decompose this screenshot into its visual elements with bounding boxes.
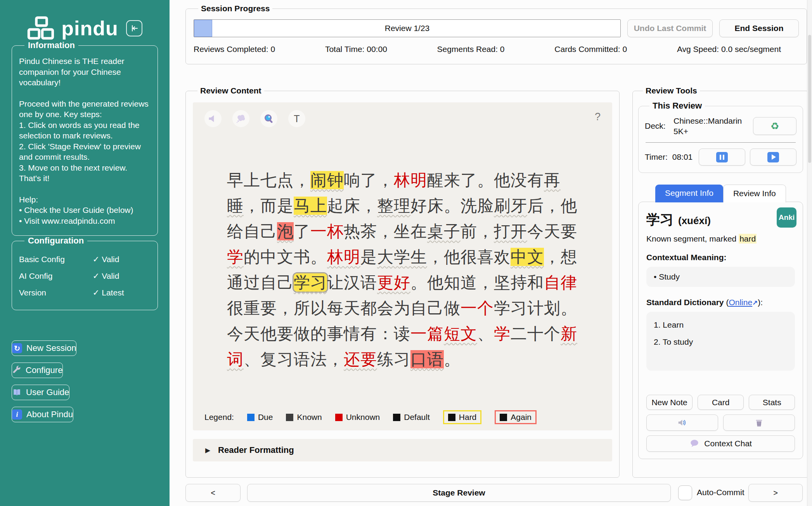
reader-segment[interactable]: 今天要	[527, 222, 577, 240]
reader-text: 早上七点，闹钟响了，林明醒来了。他没有再睡，而是马上起床，整理好床。洗脸刷牙后，…	[227, 168, 577, 372]
reader-segment[interactable]: 马上	[294, 197, 327, 215]
reader-segment[interactable]: 二十个	[511, 325, 561, 343]
deck-reload-button[interactable]: ♻	[753, 117, 796, 135]
text-tool-button[interactable]: T	[288, 110, 305, 127]
reader-segment[interactable]: 还要	[344, 350, 377, 368]
review-tools-legend: Review Tools	[643, 86, 700, 95]
play-icon	[767, 152, 779, 162]
reader-segment[interactable]: 前，	[461, 222, 494, 240]
reader-segment[interactable]: 一篇	[410, 325, 444, 343]
about-button[interactable]: i About Pindu	[12, 407, 73, 422]
reader-segment[interactable]: 短文	[444, 325, 477, 343]
reader-toolbar: T	[193, 102, 612, 127]
config-row: Basic Config ✓ Valid	[19, 255, 151, 264]
reader-segment[interactable]: 学	[494, 325, 511, 343]
reader-segment[interactable]: 响了，	[344, 171, 394, 189]
reader-segment[interactable]: 早上七点，	[227, 171, 310, 189]
reader-segment[interactable]: 的中文书。	[244, 248, 327, 266]
reader-segment[interactable]: 中文	[511, 248, 544, 266]
reader-segment[interactable]: 。他知道，坚持和	[410, 273, 544, 292]
stats-button[interactable]: Stats	[749, 395, 795, 410]
reader-segment[interactable]: 、复习语法，	[244, 350, 344, 368]
reader-formatting-toggle[interactable]: ▶ Reader Formatting	[193, 439, 612, 461]
play-audio-button[interactable]	[646, 414, 718, 431]
reader-segment[interactable]: 自律	[544, 273, 577, 292]
config-label: AI Config	[19, 271, 93, 281]
stage-review-button[interactable]: Stage Review	[247, 484, 671, 502]
new-session-button[interactable]: ↻ New Session	[12, 340, 76, 356]
previous-review-button[interactable]: <	[185, 484, 241, 502]
legend-swatch	[335, 414, 343, 421]
reader-segment[interactable]: 大学生	[377, 248, 427, 266]
recycle-icon: ♻	[770, 121, 779, 132]
session-stats: Reviews Completed: 0Total Time: 00:00Seg…	[194, 45, 799, 54]
reader-segment[interactable]: 让汉语	[327, 273, 377, 292]
end-session-button[interactable]: End Session	[719, 19, 799, 37]
trash-icon	[754, 418, 764, 428]
user-guide-button[interactable]: User Guide	[12, 385, 69, 400]
info-paragraph: Proceed with the generated reviews one b…	[19, 98, 151, 184]
thought-tool-button[interactable]	[232, 110, 249, 127]
reader-segment[interactable]: 好床。洗脸	[410, 197, 494, 215]
scrollbar-thumb[interactable]	[808, 35, 811, 163]
reader-segment[interactable]: 打开	[494, 222, 527, 240]
session-stat: Reviews Completed: 0	[194, 45, 275, 54]
legend-item-label: Known	[297, 413, 322, 422]
configure-button[interactable]: Configure	[12, 363, 63, 378]
auto-commit-label: Auto-Commit	[697, 488, 744, 497]
delete-button[interactable]	[723, 414, 795, 431]
speaker-icon	[208, 113, 218, 124]
reader-segment[interactable]: 练习	[377, 350, 410, 368]
contextual-meaning-heading: Contextual Meaning:	[646, 253, 795, 262]
reader-segment[interactable]: 整理	[377, 197, 410, 215]
legend-swatch	[247, 414, 255, 421]
reader-segment[interactable]: 、	[477, 325, 494, 343]
next-review-button[interactable]: >	[748, 484, 803, 502]
reader-segment[interactable]: 学习	[294, 273, 327, 292]
review-tools-panel: Review Tools This Review Deck: Chinese::…	[632, 86, 809, 478]
divider	[646, 142, 796, 143]
tab-segment-info[interactable]: Segment Info	[655, 185, 723, 202]
search-tool-button[interactable]	[260, 110, 277, 127]
card-button[interactable]: Card	[698, 395, 744, 410]
dictionary-online-link[interactable]: Online	[729, 298, 752, 307]
auto-commit-checkbox[interactable]	[678, 485, 692, 500]
pindu-logo-icon	[27, 16, 56, 40]
config-row: AI Config ✓ Valid	[19, 271, 151, 281]
timer-pause-button[interactable]	[699, 149, 745, 166]
reader-segment[interactable]: 。	[444, 350, 461, 368]
reader-segment[interactable]: 口语	[410, 350, 444, 368]
reader-help-button[interactable]: ?	[595, 111, 601, 123]
reader-segment[interactable]: 林明	[327, 248, 360, 266]
reader-segment[interactable]: 热茶，坐在	[344, 222, 427, 240]
undo-last-commit-button[interactable]: Undo Last Commit	[627, 19, 713, 37]
reader-segment[interactable]: 学	[227, 248, 244, 266]
reader-segment[interactable]: ，而是	[244, 197, 294, 215]
page-scrollbar[interactable]	[807, 0, 812, 506]
speaker-tool-button[interactable]	[204, 110, 222, 127]
reader-segment[interactable]: 更好	[377, 273, 410, 292]
legend-swatch	[286, 414, 293, 421]
reader-segment[interactable]: 了	[294, 222, 310, 240]
reader-segment[interactable]: 很重要，所以每天都会为自己做	[227, 299, 461, 317]
tab-review-info[interactable]: Review Info	[723, 185, 786, 202]
context-chat-button[interactable]: Context Chat	[646, 435, 795, 452]
segment-status-text: Known segment, marked	[646, 234, 739, 243]
reader-segment[interactable]: 桌子	[427, 222, 461, 240]
collapse-sidebar-button[interactable]	[126, 20, 142, 36]
legend-item-label: Due	[258, 413, 273, 422]
reader-segment[interactable]: ，他很喜欢	[427, 248, 511, 266]
contextual-meaning-box: • Study	[646, 267, 795, 287]
new-note-button[interactable]: New Note	[646, 395, 693, 410]
reader-segment[interactable]: 刷牙	[494, 197, 527, 215]
session-stat: Avg Speed: 0.0 sec/segment	[677, 45, 781, 54]
reader-segment[interactable]: 醒来了。他没有	[427, 171, 544, 189]
reader-segment[interactable]: 一个	[461, 299, 494, 317]
timer-play-button[interactable]	[750, 149, 796, 166]
reader-segment[interactable]: 闹钟	[310, 171, 344, 189]
reader-segment[interactable]: 是	[360, 248, 377, 266]
reader-segment[interactable]: 一杯	[310, 222, 344, 240]
reader-segment[interactable]: 林明	[394, 171, 427, 189]
reader-segment[interactable]: 泡	[277, 222, 294, 240]
reader-segment[interactable]: 起床，	[327, 197, 377, 215]
